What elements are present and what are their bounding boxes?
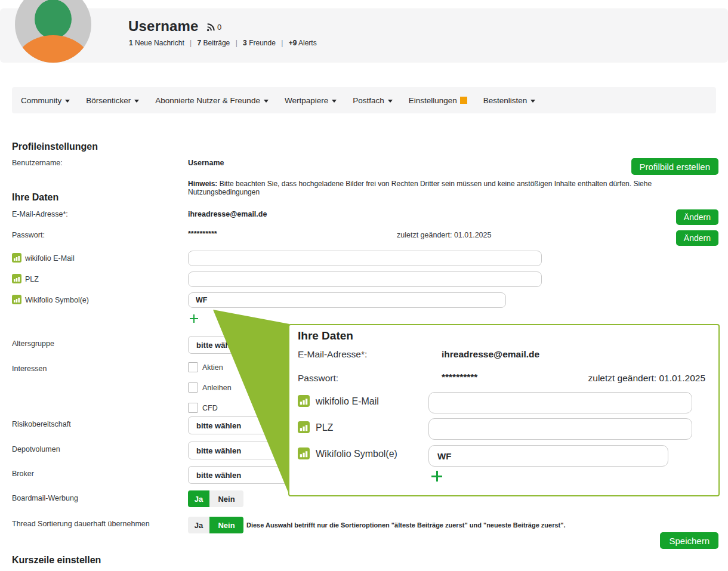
depot-label: Depotvolumen bbox=[12, 445, 60, 453]
toggle-no[interactable]: Nein bbox=[209, 517, 243, 533]
wikifolio-email-label: wikifolio E-Mail bbox=[25, 254, 75, 263]
callout-password-last-changed: zuletzt geändert: 01.01.2025 bbox=[588, 373, 705, 384]
checkbox-label-cfd: CFD bbox=[202, 404, 218, 412]
nav-item-wertpapiere[interactable]: Wertpapiere bbox=[285, 96, 337, 105]
hint-bold: Hinweis: bbox=[188, 180, 217, 188]
nav-label: Postfach bbox=[353, 96, 384, 105]
callout-wikifolio-symbol-input[interactable] bbox=[428, 445, 668, 467]
chevron-down-icon bbox=[264, 100, 269, 103]
change-email-button[interactable]: Ändern bbox=[676, 209, 718, 225]
select-value: bitte wählen bbox=[196, 446, 241, 455]
select-value: bitte wählen bbox=[196, 341, 241, 350]
password-label: Passwort: bbox=[12, 231, 45, 239]
checkbox-aktien[interactable] bbox=[188, 362, 198, 372]
chevron-down-icon bbox=[530, 100, 535, 103]
separator: | bbox=[232, 39, 241, 47]
email-label: E-Mail-Adresse*: bbox=[12, 210, 68, 218]
save-button[interactable]: Speichern bbox=[660, 532, 718, 549]
username-value: Username bbox=[188, 159, 224, 167]
password-last-changed: zuletzt geändert: 01.01.2025 bbox=[397, 231, 491, 239]
rss-count: 0 bbox=[217, 23, 221, 32]
chart-icon bbox=[298, 395, 310, 407]
stat-value: 3 bbox=[243, 39, 247, 47]
plz-label: PLZ bbox=[25, 275, 39, 283]
chevron-down-icon bbox=[134, 100, 139, 103]
chart-icon bbox=[298, 421, 310, 433]
stat-label: Beiträge bbox=[203, 39, 230, 47]
stat-label: Alerts bbox=[298, 39, 317, 47]
page-title: Username bbox=[128, 18, 199, 35]
stat-label: Freunde bbox=[249, 39, 276, 47]
rss-feed[interactable]: 0 bbox=[206, 23, 221, 32]
stat-value: 1 bbox=[129, 39, 133, 47]
stat-value: 7 bbox=[198, 39, 202, 47]
select-value: bitte wählen bbox=[196, 421, 241, 430]
callout-plz-label: PLZ bbox=[316, 422, 333, 433]
user-stats: 1 Neue Nachricht | 7 Beiträge | 3 Freund… bbox=[129, 39, 317, 47]
chevron-down-icon bbox=[388, 100, 393, 103]
interests-label: Interessen bbox=[12, 365, 47, 373]
chart-icon bbox=[12, 295, 21, 304]
chevron-down-icon bbox=[332, 100, 337, 103]
boardmail-label: Boardmail-Werbung bbox=[12, 494, 78, 502]
change-password-button[interactable]: Ändern bbox=[676, 230, 718, 246]
chart-icon bbox=[298, 447, 310, 459]
nav-item-boersenticker[interactable]: Börsenticker bbox=[86, 96, 139, 105]
nav-item-postfach[interactable]: Postfach bbox=[353, 96, 393, 105]
callout-wikifolio-email-label: wikifolio E-Mail bbox=[316, 396, 379, 407]
email-value: ihreadresse@email.de bbox=[188, 210, 267, 218]
profile-settings-page: Username 0 1 Neue Nachricht | 7 Beiträge… bbox=[0, 0, 728, 571]
checkbox-anleihen[interactable] bbox=[188, 382, 198, 393]
risk-select[interactable]: bitte wählen bbox=[188, 416, 298, 434]
add-icon[interactable] bbox=[431, 471, 442, 482]
risk-label: Risikobereitschaft bbox=[12, 420, 71, 428]
toggle-yes[interactable]: Ja bbox=[188, 517, 209, 533]
chart-icon bbox=[12, 274, 21, 283]
boardmail-toggle[interactable]: Ja Nein bbox=[188, 490, 243, 507]
add-icon[interactable] bbox=[190, 314, 198, 323]
password-value: ********** bbox=[188, 230, 217, 238]
callout-email-label: E-Mail-Adresse*: bbox=[298, 349, 367, 360]
nav-label: Abonnierte Nutzer & Freunde bbox=[155, 96, 260, 105]
stat-label: Neue Nachricht bbox=[135, 39, 184, 47]
thread-sort-note: Diese Auswahl betrifft nur die Sortierop… bbox=[246, 521, 566, 529]
stat-value: +9 bbox=[289, 39, 297, 47]
callout-wikifolio-email-input[interactable] bbox=[428, 392, 692, 413]
rss-icon bbox=[206, 23, 215, 32]
plz-input[interactable] bbox=[188, 271, 542, 287]
section-heading-kurszeile: Kurszeile einstellen bbox=[12, 555, 101, 566]
toggle-yes[interactable]: Ja bbox=[188, 490, 209, 507]
nav-item-abonnierte-nutzer[interactable]: Abonnierte Nutzer & Freunde bbox=[155, 96, 269, 105]
checkbox-cfd[interactable] bbox=[188, 403, 198, 413]
nav-label: Bestenlisten bbox=[483, 96, 528, 105]
toggle-no[interactable]: Nein bbox=[209, 490, 243, 507]
callout-heading: Ihre Daten bbox=[298, 329, 353, 342]
thread-sort-toggle[interactable]: Ja Nein bbox=[188, 517, 243, 533]
chart-icon bbox=[12, 253, 21, 263]
nav-item-bestenlisten[interactable]: Bestenlisten bbox=[483, 96, 536, 105]
wikifolio-email-input[interactable] bbox=[188, 251, 542, 266]
upload-hint: Hinweis: Bitte beachten Sie, dass hochge… bbox=[188, 180, 718, 196]
hint-text: Bitte beachten Sie, dass hochgeladene Bi… bbox=[188, 180, 652, 196]
select-value: bitte wählen bbox=[196, 471, 241, 480]
callout-password-label: Passwort: bbox=[298, 373, 338, 384]
nav-item-community[interactable]: Community bbox=[21, 96, 70, 105]
separator: | bbox=[277, 39, 286, 47]
section-heading-profile: Profileinstellungen bbox=[12, 141, 98, 152]
header-band bbox=[0, 8, 728, 63]
callout-email-value: ihreadresse@email.de bbox=[442, 349, 539, 360]
depot-select[interactable]: bitte wählen bbox=[188, 442, 298, 459]
nav-label: Börsenticker bbox=[86, 96, 131, 105]
nav-item-einstellungen[interactable]: Einstellungen bbox=[409, 96, 467, 105]
section-heading-data: Ihre Daten bbox=[12, 192, 58, 203]
checkbox-label-aktien: Aktien bbox=[202, 363, 223, 372]
nav-label: Community bbox=[21, 96, 61, 105]
wikifolio-symbol-input[interactable] bbox=[188, 292, 506, 308]
separator: | bbox=[186, 39, 195, 47]
broker-select[interactable]: bitte wählen bbox=[188, 466, 298, 484]
notification-badge bbox=[460, 97, 467, 104]
callout-plz-input[interactable] bbox=[428, 418, 692, 440]
age-group-select[interactable]: bitte wählen bbox=[188, 336, 298, 354]
broker-label: Broker bbox=[12, 470, 34, 478]
create-profile-picture-button[interactable]: Profilbild erstellen bbox=[631, 158, 718, 175]
